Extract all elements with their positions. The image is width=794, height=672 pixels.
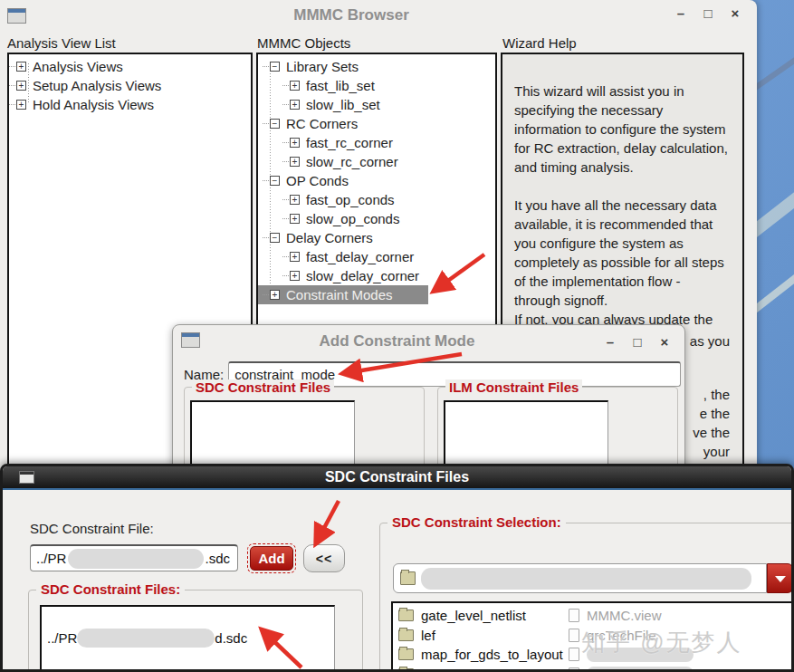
- tree-item-rc-corners[interactable]: −RC Corners: [258, 114, 495, 133]
- sdc-constraint-files-group: SDC Constraint Files: [184, 387, 425, 470]
- collapse-toggle-icon[interactable]: −: [270, 119, 280, 129]
- tree-item-fast-op-conds[interactable]: +fast_op_conds: [258, 190, 495, 209]
- help-paragraph: This wizard will assist you in specifyin…: [514, 82, 732, 177]
- minimize-button[interactable]: –: [603, 334, 617, 350]
- expand-toggle-icon[interactable]: +: [290, 81, 300, 91]
- tree-item-library-sets[interactable]: −Library Sets: [258, 57, 495, 76]
- tree-item-fast-delay-corner[interactable]: +fast_delay_corner: [258, 247, 495, 266]
- file-row-MMMC.view[interactable]: MMMC.view: [569, 606, 722, 626]
- file-name-suffix: .sdc: [696, 667, 722, 672]
- tree-item-label[interactable]: fast_delay_corner: [306, 249, 414, 264]
- list-item[interactable]: ../PR d.sdc: [47, 629, 334, 648]
- maximize-button[interactable]: □: [701, 5, 715, 21]
- tree-item-slow-rc-corner[interactable]: +slow_rc_corner: [258, 152, 495, 171]
- collapse-button[interactable]: <<: [303, 544, 345, 572]
- tree-item-label[interactable]: slow_op_conds: [306, 211, 399, 226]
- mmmc-titlebar[interactable]: MMMC Browser – □ ×: [0, 0, 757, 31]
- tree-item-label[interactable]: Analysis Views: [33, 59, 123, 74]
- help-paragraph: It you have all the necessary data avail…: [514, 196, 732, 329]
- folder-name[interactable]: lef: [421, 628, 435, 643]
- tree-item-label[interactable]: OP Conds: [286, 173, 349, 188]
- file-row[interactable]: .sdc: [569, 665, 722, 672]
- combo-dropdown-button[interactable]: [767, 563, 793, 593]
- expand-toggle-icon[interactable]: +: [290, 271, 300, 281]
- tree-item-analysis-views[interactable]: +Analysis Views: [9, 57, 251, 76]
- close-button[interactable]: ×: [657, 334, 672, 350]
- file-row-qrcTechFile[interactable]: qrcTechFile: [569, 626, 722, 646]
- collapse-toggle-icon[interactable]: −: [270, 233, 280, 243]
- file-row[interactable]: [569, 645, 722, 665]
- collapse-toggle-icon[interactable]: −: [270, 176, 280, 186]
- folder-row-lef[interactable]: lef: [398, 626, 565, 646]
- tree-connector: [263, 66, 269, 67]
- add-constraint-mode-dialog: Add Constraint Mode – □ × Name: SDC Cons…: [172, 324, 685, 469]
- folder-row-nanoroute_tmp_Eq4Spr[interactable]: nanoroute_tmp_Eq4Spr: [398, 665, 565, 672]
- tree-item-label[interactable]: Hold Analysis Views: [33, 97, 154, 112]
- tree-item-delay-corners[interactable]: −Delay Corners: [258, 228, 495, 247]
- path-prefix: ../PR: [47, 630, 77, 646]
- tree-item-label[interactable]: slow_delay_corner: [306, 268, 419, 283]
- sdc-constraint-files-listbox[interactable]: [190, 400, 355, 466]
- mmmc-objects-header: MMMC Objects: [257, 35, 350, 51]
- tree-item-label[interactable]: Delay Corners: [286, 230, 373, 245]
- expand-toggle-icon[interactable]: +: [290, 157, 300, 167]
- folder-column: gate_level_netlistlefmap_for_gds_to_layo…: [398, 606, 565, 672]
- expand-toggle-icon[interactable]: +: [16, 81, 26, 91]
- file-name[interactable]: MMMC.view: [587, 608, 662, 623]
- expand-toggle-icon[interactable]: +: [16, 62, 26, 72]
- tree-item-label[interactable]: slow_rc_corner: [306, 154, 398, 169]
- sdc-constraint-files-list[interactable]: ../PR d.sdc: [40, 605, 335, 672]
- collapse-toggle-icon[interactable]: −: [270, 62, 280, 72]
- tree-item-fast-lib-set[interactable]: +fast_lib_set: [258, 76, 495, 95]
- mmmc-window-title: MMMC Browser: [0, 6, 703, 24]
- folder-icon: [398, 629, 414, 641]
- expand-toggle-icon[interactable]: +: [16, 100, 26, 110]
- expand-toggle-icon[interactable]: +: [290, 100, 300, 110]
- tree-item-slow-delay-corner[interactable]: +slow_delay_corner: [258, 266, 495, 285]
- folder-name[interactable]: nanoroute_tmp_Eq4Spr: [421, 667, 565, 672]
- folder-row-gate_level_netlist[interactable]: gate_level_netlist: [398, 606, 565, 626]
- tree-connector: [282, 199, 289, 200]
- close-button[interactable]: ×: [728, 5, 742, 21]
- expand-toggle-icon[interactable]: +: [290, 252, 300, 262]
- folder-row-map_for_gds_to_layout[interactable]: map_for_gds_to_layout: [398, 645, 565, 665]
- tree-item-op-conds[interactable]: −OP Conds: [258, 171, 495, 190]
- tree-item-label[interactable]: fast_lib_set: [306, 78, 375, 93]
- file-browser-list[interactable]: gate_level_netlistlefmap_for_gds_to_layo…: [391, 601, 794, 672]
- tree-item-label[interactable]: Library Sets: [286, 59, 359, 74]
- maximize-button[interactable]: □: [630, 334, 645, 350]
- tree-item-setup-analysis-views[interactable]: +Setup Analysis Views: [9, 76, 251, 95]
- tree-item-hold-analysis-views[interactable]: +Hold Analysis Views: [9, 95, 251, 114]
- wizard-help-header: Wizard Help: [502, 35, 577, 51]
- tree-item-slow-lib-set[interactable]: +slow_lib_set: [258, 95, 495, 114]
- tree-item-label[interactable]: Constraint Modes: [286, 287, 393, 302]
- file-icon: [569, 629, 579, 642]
- group-label: SDC Constraint Files:: [36, 581, 185, 597]
- tree-item-label[interactable]: RC Corners: [286, 116, 358, 131]
- file-name[interactable]: qrcTechFile: [587, 628, 656, 643]
- censored-path: [68, 549, 204, 569]
- tree-item-label[interactable]: slow_lib_set: [306, 97, 380, 112]
- add-button[interactable]: Add: [250, 546, 293, 571]
- file-icon: [569, 609, 579, 622]
- tree-item-fast-rc-corner[interactable]: +fast_rc_corner: [258, 133, 495, 152]
- expand-toggle-icon[interactable]: +: [290, 214, 300, 224]
- folder-name[interactable]: gate_level_netlist: [421, 608, 526, 623]
- tree-item-slow-op-conds[interactable]: +slow_op_conds: [258, 209, 495, 228]
- tree-item-constraint-modes[interactable]: +Constraint Modes: [258, 285, 428, 304]
- tree-item-label[interactable]: Setup Analysis Views: [33, 78, 161, 93]
- tree-item-label[interactable]: fast_rc_corner: [306, 135, 393, 150]
- expand-toggle-icon[interactable]: +: [290, 138, 300, 148]
- expand-toggle-icon[interactable]: +: [290, 195, 300, 205]
- ilm-constraint-files-listbox[interactable]: [444, 400, 608, 466]
- expand-toggle-icon[interactable]: +: [270, 290, 280, 300]
- path-suffix: d.sdc: [215, 630, 247, 646]
- directory-path-combo[interactable]: [393, 563, 767, 593]
- tree-item-label[interactable]: fast_op_conds: [306, 192, 395, 207]
- sdc-titlebar[interactable]: SDC Constraint Files: [3, 466, 791, 490]
- help-text-fragment: , the: [703, 387, 730, 402]
- help-text-fragment: your: [703, 444, 730, 459]
- sdc-constraint-file-input[interactable]: ../PR .sdc: [30, 544, 238, 571]
- folder-name[interactable]: map_for_gds_to_layout: [421, 647, 563, 662]
- minimize-button[interactable]: –: [674, 5, 688, 21]
